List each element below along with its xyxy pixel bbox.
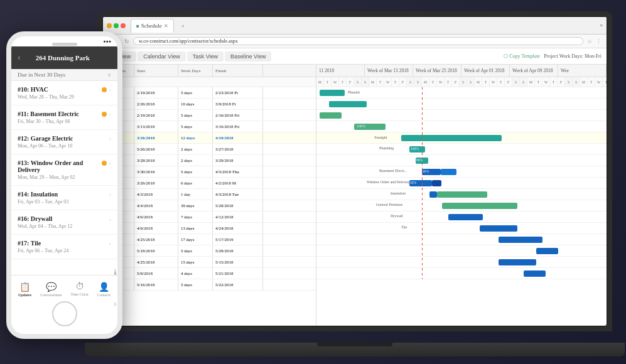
nav-contacts[interactable]: 👤 Contacts	[97, 282, 111, 297]
item-content: #12: Garage Electric Mon, Apr 06 – Tue, …	[18, 135, 109, 149]
table-row[interactable]: 4/4/2018 39 days 5/28/2018	[103, 200, 316, 211]
day-header: S	[520, 77, 527, 87]
day-header: T	[324, 77, 332, 87]
item-subtitle: Fri, Mar 30 – Thu, Apr 06	[18, 119, 102, 124]
more-options-icon[interactable]: ⋮	[596, 38, 602, 45]
project-work-days-label: Project Work Days: Mon-Fri	[544, 53, 602, 59]
insulation-label: Insulation	[391, 191, 406, 195]
day-header: M	[475, 77, 482, 87]
gantt-chart-row	[316, 110, 607, 121]
item-subtitle: Wed, Mar 28 – Thu, Mar 29	[18, 94, 102, 100]
table-row[interactable]: 4/6/2018 13 days 4/24/2018	[103, 223, 316, 234]
list-item[interactable]: #12: Garage Electric Mon, Apr 06 – Tue, …	[11, 130, 117, 154]
day-header: S	[565, 77, 573, 87]
laptop-body: ■ Schedule ✕ + ≡ ◀ ▶ ↻ w.co-construct.co…	[97, 11, 612, 331]
day-header: W	[332, 77, 339, 87]
item-title: #12: Garage Electric	[18, 135, 109, 142]
chevron-down-icon: ∨	[107, 72, 111, 78]
list-item[interactable]: #10: HVAC Wed, Mar 28 – Thu, Mar 29 ›	[11, 81, 117, 105]
day-header: F	[452, 77, 460, 87]
browser-menu-icon[interactable]: ≡	[600, 23, 603, 28]
table-row[interactable]: 4/3/2018 1 day 4/3/2018 Tue	[103, 189, 316, 200]
day-header: F	[347, 77, 354, 87]
table-row[interactable]: 3/13/2018 5 days 3/16/2018 Fri	[103, 121, 316, 132]
day-header: W	[384, 77, 392, 87]
table-row[interactable]: 4/25/2018 17 days 5/17/2019	[103, 234, 316, 245]
day-header: T	[339, 77, 347, 87]
gantt-left-panel: Notes/Files Start Work Days Finish ✎ 2/1…	[103, 65, 316, 326]
month-header: Wee	[558, 65, 607, 77]
nav-timeclock[interactable]: ⏱ Time Clock	[71, 282, 89, 296]
gantt-bar	[448, 214, 483, 220]
list-item[interactable]: #13: Window Order and Delivery Mon, Mar …	[11, 154, 117, 186]
table-row[interactable]: 5/16/2018 5 days 5/22/2018	[103, 279, 316, 291]
gantt-chart-row	[316, 268, 607, 279]
item-subtitle: Mon, Apr 06 – Tue, Apr 10	[18, 143, 109, 149]
maximize-button[interactable]	[114, 23, 119, 28]
gantt-bar-extension	[432, 180, 441, 186]
gantt-bar	[401, 135, 502, 141]
copy-icon: ⬡	[504, 53, 508, 59]
day-header: M	[580, 77, 588, 87]
item-actions: ›	[102, 110, 111, 117]
nav-updates[interactable]: 📋 Updates	[18, 282, 31, 297]
table-row[interactable]: 4/6/2018 7 days 4/12/2018	[103, 211, 316, 223]
table-row[interactable]: 5/18/2018 5 days 5/28/2018	[103, 245, 316, 257]
close-button[interactable]	[121, 23, 126, 28]
gantt-bar	[320, 90, 345, 96]
task-view-button[interactable]: Task View	[187, 51, 224, 62]
back-arrow-icon[interactable]: ‹	[18, 53, 21, 63]
address-input[interactable]: w.co-construct.com/app/contractor/schedu…	[133, 37, 583, 45]
day-header: W	[595, 77, 603, 87]
item-content: #16: Drywall Wed, Apr 04 – Thu, Apr 12	[18, 215, 109, 229]
gantt-chart-row: Phasini	[316, 87, 607, 99]
list-item[interactable]: #11: Basement Electric Fri, Mar 30 – Thu…	[11, 105, 117, 130]
table-row[interactable]: 2/19/2018 5 days 2/16/2018 Fri	[103, 110, 316, 121]
nav-label: Updates	[18, 293, 31, 297]
gantt-chart-row	[316, 245, 607, 257]
table-row[interactable]: ✎📁 2/26/2018 10 days 3/9/2018 Fr	[103, 99, 316, 110]
browser-tab-active[interactable]: ■ Schedule ✕	[131, 19, 174, 33]
tab-close-icon[interactable]: ✕	[164, 23, 168, 29]
table-row[interactable]: ✎ 2/19/2018 5 days 2/23/2018 Fr	[103, 87, 316, 99]
gantt-chart: 11 2018 Week of Mar 13 2018 Week of Mar …	[316, 65, 607, 326]
table-row[interactable]: 3/26/2018 12 days 4/10/2018	[103, 132, 316, 144]
bookmark-icon[interactable]: ☆	[587, 38, 592, 45]
table-row[interactable]: 5/26/2018 2 days 3/27/2018	[103, 144, 316, 155]
month-header: Week of Mar 13 2018	[365, 65, 413, 77]
item-actions: ›	[102, 86, 111, 93]
refresh-icon[interactable]: ↻	[124, 38, 129, 45]
table-row[interactable]: 4/25/2018 15 days 5/15/2018	[103, 257, 316, 268]
chevron-right-icon: ›	[109, 240, 111, 247]
day-header: S	[362, 77, 369, 87]
day-header: T	[603, 77, 607, 87]
item-title: #10: HVAC	[18, 86, 102, 93]
list-item[interactable]: #14: Insulation Fri, Apr 03 – Tue, Apr 0…	[11, 186, 117, 210]
table-row[interactable]: ☐ 3/30/2018 5 days 4/5/2018 Thu	[103, 166, 316, 178]
month-header: Week of Mar 25 2018	[413, 65, 461, 77]
day-header: T	[392, 77, 399, 87]
nav-label: Time Clock	[71, 292, 89, 296]
list-item[interactable]: #17: Tile Fri, Apr 06 – Tue, Apr 24 ›	[11, 235, 117, 259]
month-header: Week of Apr 01 2018	[461, 65, 510, 77]
nav-conversations[interactable]: 💬 Conversations	[40, 282, 62, 297]
day-header: S	[354, 77, 362, 87]
gantt-bar: 100%	[354, 124, 386, 130]
day-header: T	[377, 77, 384, 87]
gantt-chart-row	[316, 257, 607, 268]
table-row[interactable]: 5/8/2018 4 days 5/21/2018	[103, 268, 316, 279]
bar-label: Basement Electr...	[379, 169, 407, 173]
copy-template-button[interactable]: ⬡ Copy Template	[504, 53, 540, 59]
browser-tab-new[interactable]: +	[176, 21, 190, 30]
item-actions: ›	[102, 159, 111, 166]
list-item[interactable]: #16: Drywall Wed, Apr 04 – Thu, Apr 12 ›	[11, 210, 117, 235]
toolbar-right: ⬡ Copy Template Project Work Days: Mon-F…	[504, 53, 602, 59]
table-row[interactable]: 📁 3/26/2018 6 days 4/2/2018 M	[103, 178, 316, 189]
minimize-button[interactable]	[107, 23, 112, 28]
drywall-label: Drywall	[391, 214, 403, 218]
baseline-view-button[interactable]: Baseline View	[225, 51, 271, 62]
calendar-view-button[interactable]: Calendar View	[138, 51, 185, 62]
day-header: S	[414, 77, 422, 87]
table-row[interactable]: ☐ 3/28/2018 2 days 3/29/2018	[103, 155, 316, 166]
section-header[interactable]: Due in Next 30 Days ∨	[11, 69, 117, 81]
